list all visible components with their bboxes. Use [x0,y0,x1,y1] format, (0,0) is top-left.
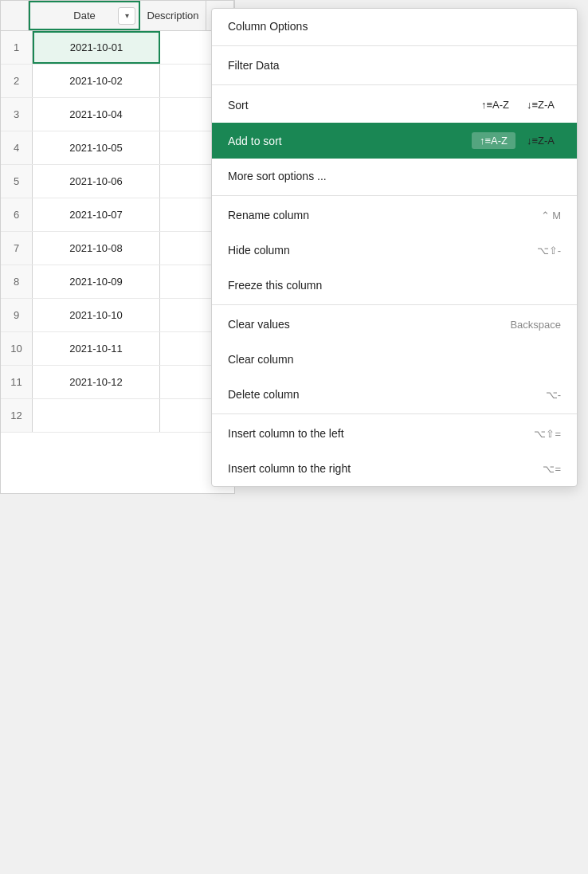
delete-column-shortcut: ⌥- [546,389,561,401]
column-options-label: Column Options [228,20,308,33]
spreadsheet: Date ▾ Description + 12021-10-0122021-10… [0,0,235,494]
row-number: 7 [1,232,33,265]
clear-column-item[interactable]: Clear column [212,342,577,377]
clear-values-item[interactable]: Clear values Backspace [212,307,577,342]
sort-item[interactable]: Sort ↑≡A-Z ↓≡Z-A [212,87,577,123]
row-number: 9 [1,299,33,331]
table-row[interactable]: 22021-10-02 [1,65,234,98]
date-cell[interactable]: 2021-10-01 [33,31,160,64]
table-row[interactable]: 102021-10-11 [1,332,234,366]
row-num-header [1,1,29,30]
clear-values-label: Clear values [228,318,290,331]
table-row[interactable]: 62021-10-07 [1,198,234,232]
freeze-column-label: Freeze this column [228,279,322,292]
row-number: 10 [1,332,33,365]
hide-column-label: Hide column [228,244,290,257]
date-cell[interactable]: 2021-10-04 [33,98,160,131]
date-cell[interactable]: 2021-10-11 [33,332,160,365]
table-row[interactable]: 82021-10-09 [1,265,234,299]
divider-5 [212,413,577,414]
insert-right-shortcut: ⌥= [543,463,561,475]
header-row: Date ▾ Description + [1,1,234,31]
rename-column-label: Rename column [228,209,309,221]
description-column-label: Description [147,10,199,22]
hide-column-item[interactable]: Hide column ⌥⇧- [212,233,577,268]
date-cell[interactable]: 2021-10-08 [33,232,160,265]
row-number: 12 [1,399,33,432]
date-cell[interactable]: 2021-10-05 [33,131,160,164]
table-row[interactable]: 12021-10-01 [1,31,234,65]
row-number: 8 [1,265,33,298]
divider-3 [212,195,577,196]
table-row[interactable]: 72021-10-08 [1,232,234,265]
sort-buttons: ↑≡A-Z ↓≡Z-A [475,96,561,113]
delete-column-item[interactable]: Delete column ⌥- [212,377,577,412]
table-row[interactable]: 12 [1,399,234,433]
table-row[interactable]: 52021-10-06 [1,165,234,198]
description-column-header[interactable]: Description [140,1,206,30]
row-number: 5 [1,165,33,198]
sort-az-button[interactable]: ↑≡A-Z [475,96,515,113]
clear-values-shortcut: Backspace [510,319,561,331]
add-to-sort-item[interactable]: Add to sort ↑≡A-Z ↓≡Z-A [212,123,577,159]
hide-column-shortcut: ⌥⇧- [537,245,561,257]
date-cell[interactable]: 2021-10-06 [33,165,160,198]
filter-data-label: Filter Data [228,59,280,72]
row-number: 4 [1,131,33,164]
date-cell[interactable]: 2021-10-10 [33,299,160,331]
divider-4 [212,304,577,305]
column-dropdown-button[interactable]: ▾ [118,7,135,25]
date-column-label: Date [73,10,95,22]
rows-container: 12021-10-0122021-10-0232021-10-0442021-1… [1,31,234,433]
add-to-sort-za-button[interactable]: ↓≡Z-A [520,132,561,149]
add-to-sort-az-button[interactable]: ↑≡A-Z [472,132,515,149]
date-cell[interactable]: 2021-10-07 [33,198,160,231]
table-row[interactable]: 32021-10-04 [1,98,234,131]
more-sort-label: More sort options ... [228,170,327,182]
table-row[interactable]: 92021-10-10 [1,299,234,332]
rename-column-shortcut: ⌃ M [541,210,561,221]
rename-column-item[interactable]: Rename column ⌃ M [212,198,577,233]
date-cell[interactable]: 2021-10-09 [33,265,160,298]
filter-data-item[interactable]: Filter Data [212,48,577,83]
row-number: 3 [1,98,33,131]
insert-right-label: Insert column to the right [228,462,351,475]
add-to-sort-label: Add to sort [228,135,282,147]
table-row[interactable]: 112021-10-12 [1,366,234,399]
row-number: 11 [1,366,33,398]
clear-column-label: Clear column [228,353,293,366]
divider-2 [212,84,577,85]
sort-za-button[interactable]: ↓≡Z-A [520,96,561,113]
insert-left-label: Insert column to the left [228,427,344,440]
divider-1 [212,45,577,46]
row-number: 1 [1,31,33,64]
more-sort-item[interactable]: More sort options ... [212,159,577,194]
date-cell[interactable] [33,399,160,432]
add-to-sort-buttons: ↑≡A-Z ↓≡Z-A [472,132,561,149]
date-cell[interactable]: 2021-10-12 [33,366,160,398]
date-cell[interactable]: 2021-10-02 [33,65,160,97]
sort-label: Sort [228,99,249,112]
table-row[interactable]: 42021-10-05 [1,131,234,165]
date-column-header[interactable]: Date ▾ [29,1,140,30]
freeze-column-item[interactable]: Freeze this column [212,268,577,303]
column-context-menu: Column Options Filter Data Sort ↑≡A-Z ↓≡… [211,8,578,487]
delete-column-label: Delete column [228,388,300,401]
column-options-item[interactable]: Column Options [212,9,577,44]
insert-left-item[interactable]: Insert column to the left ⌥⇧= [212,416,577,451]
insert-right-item[interactable]: Insert column to the right ⌥= [212,451,577,486]
row-number: 2 [1,65,33,97]
row-number: 6 [1,198,33,231]
insert-left-shortcut: ⌥⇧= [534,428,561,440]
